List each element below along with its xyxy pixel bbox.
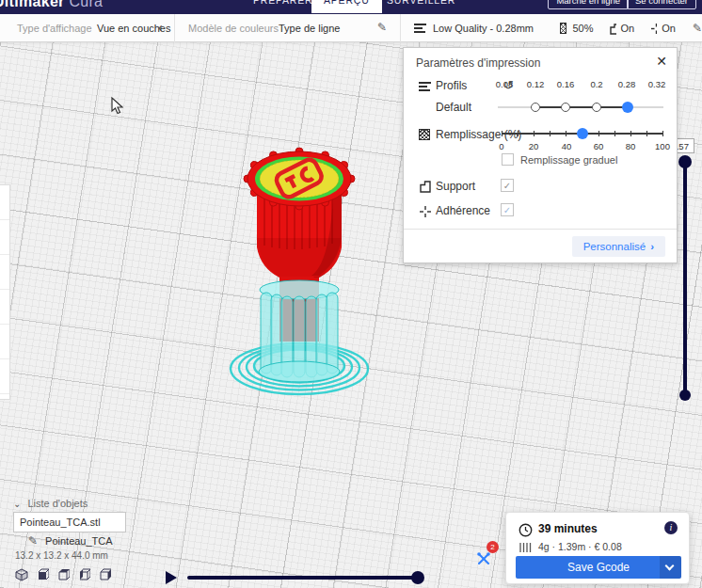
chevron-down-icon: ⌄	[13, 499, 21, 509]
marketplace-button[interactable]: Marché en ligne	[548, 0, 629, 9]
infill-tick: 60	[587, 141, 610, 151]
divider	[404, 229, 677, 230]
view-3d-icon[interactable]	[15, 568, 28, 581]
profile-name: Default	[436, 101, 471, 114]
display-type-section[interactable]: Type d'affichage Vue en couches ‹	[0, 14, 175, 42]
clock-icon	[519, 523, 533, 537]
camera-view-buttons	[15, 568, 111, 581]
sliced-model-preview[interactable]	[227, 136, 372, 422]
play-icon[interactable]	[166, 571, 177, 584]
quality-layers-icon	[419, 80, 431, 93]
quality-layers-icon	[414, 22, 426, 35]
color-scheme-value[interactable]: Type de ligne	[279, 14, 340, 42]
support-summary: On	[621, 23, 635, 34]
app-logo: Ultimaker Cura	[0, 0, 103, 10]
display-type-label: Type d'affichage	[17, 14, 92, 42]
view-left-icon[interactable]	[77, 568, 90, 581]
profile-tick: 0.2	[585, 79, 608, 89]
view-front-icon[interactable]	[36, 568, 49, 581]
profile-slider-handle[interactable]	[622, 102, 633, 113]
chevron-left-icon[interactable]: ‹	[158, 14, 163, 41]
support-checkbox[interactable]: ✓	[501, 179, 514, 192]
profile-slider-active	[535, 106, 628, 108]
sign-in-button[interactable]: Se connecter	[627, 0, 696, 9]
infill-slider-handle[interactable]	[577, 128, 588, 139]
material-usage: 4g · 1.39m · € 0.08	[538, 541, 622, 552]
print-job-output-panel: 39 minutes i 4g · 1.39m · € 0.08 Save Gc…	[505, 512, 690, 584]
view-options-bar: Type d'affichage Vue en couches ‹ Modèle…	[0, 14, 702, 42]
info-icon[interactable]: i	[664, 521, 678, 534]
view-top-icon[interactable]	[56, 568, 70, 581]
tab-monitor[interactable]: SURVEILLER	[375, 0, 468, 13]
chevron-right-icon: ›	[650, 241, 654, 252]
support-label: Support	[436, 180, 475, 193]
custom-settings-button[interactable]: Personnalisé›	[572, 236, 665, 257]
support-structure	[259, 280, 340, 382]
gradual-infill-checkbox[interactable]	[502, 153, 514, 166]
profile-step-0.12[interactable]	[531, 103, 540, 112]
profile-tick: 0.12	[524, 79, 547, 89]
view-right-icon[interactable]	[98, 568, 111, 581]
object-dimensions: 13.2 x 13.2 x 44.0 mm	[15, 550, 108, 561]
infill-tick: 0	[490, 141, 513, 151]
tab-preview[interactable]: APERÇU	[311, 0, 382, 13]
save-options-chevron[interactable]	[660, 556, 681, 579]
profile-tick: 0.08	[493, 79, 516, 89]
tools-icon	[475, 550, 492, 567]
timeline-slider-track[interactable]	[187, 576, 423, 580]
adhesion-icon	[419, 205, 432, 218]
adhesion-icon	[650, 23, 657, 35]
adhesion-label: Adhérence	[436, 204, 490, 217]
profile-step-0.16[interactable]	[561, 103, 570, 112]
infill-tick: 80	[619, 141, 642, 151]
infill-tick: 100	[651, 141, 674, 151]
print-time: 39 minutes	[538, 522, 598, 535]
gradual-infill-label: Remplissage graduel	[520, 154, 617, 166]
infill-tick: 40	[555, 141, 578, 151]
layer-slider-top-handle[interactable]	[678, 155, 692, 168]
rename-pencil-icon[interactable]: ✎	[28, 534, 38, 548]
object-list-header[interactable]: ⌄Liste d'objets	[13, 498, 88, 509]
close-icon[interactable]: ✕	[656, 54, 667, 69]
infill-summary: 50%	[572, 23, 593, 34]
infill-tick: 20	[522, 141, 545, 151]
profile-tick: 0.28	[615, 79, 638, 89]
adhesion-checkbox[interactable]: ✓	[501, 203, 514, 216]
color-scheme-label: Modèle de couleurs	[188, 14, 279, 42]
print-settings-panel: Paramètres d'impression ✕ Profils ↺ 0.08…	[403, 47, 678, 263]
edit-settings-pencil-icon[interactable]: ✎	[693, 22, 702, 35]
panel-title: Paramètres d'impression	[416, 56, 540, 70]
layer-slider-bottom-handle[interactable]	[679, 389, 691, 401]
object-list-item[interactable]: Pointeau_TCA.stl	[13, 512, 126, 532]
printer-tools-notification[interactable]: 2	[475, 550, 492, 571]
mouse-cursor	[111, 97, 123, 119]
edit-pencil-icon[interactable]: ✎	[377, 14, 387, 41]
chevron-down-icon	[665, 562, 675, 571]
material-spool-icon	[519, 542, 533, 553]
adhesion-summary: On	[662, 23, 676, 34]
profiles-label: Profils	[436, 79, 467, 92]
infill-icon	[419, 129, 430, 140]
title-bar: Ultimaker Cura PRÉPARER APERÇU SURVEILLE…	[0, 0, 702, 14]
support-icon	[609, 23, 615, 35]
layer-slider-track[interactable]	[683, 158, 687, 399]
notification-badge: 2	[487, 541, 499, 553]
profile-step-0.2[interactable]	[592, 103, 601, 112]
profile-tick: 0.32	[646, 79, 668, 89]
color-scheme-section[interactable]: Modèle de couleurs Type de ligne ✎	[175, 14, 401, 42]
selected-object-row[interactable]: ✎Pointeau_TCA	[28, 534, 113, 548]
profile-tick: 0.16	[554, 79, 577, 89]
timeline-slider-handle[interactable]	[411, 571, 424, 584]
cura-application: Ultimaker Cura PRÉPARER APERÇU SURVEILLE…	[0, 0, 702, 588]
print-settings-summary[interactable]: Low Quality - 0.28mm 50% On On ✎	[401, 14, 702, 42]
save-gcode-button[interactable]: Save Gcode	[516, 556, 681, 579]
infill-icon	[560, 23, 566, 34]
support-icon	[419, 180, 432, 193]
left-toolbar[interactable]	[0, 184, 10, 400]
quality-summary: Low Quality - 0.28mm	[433, 23, 534, 34]
